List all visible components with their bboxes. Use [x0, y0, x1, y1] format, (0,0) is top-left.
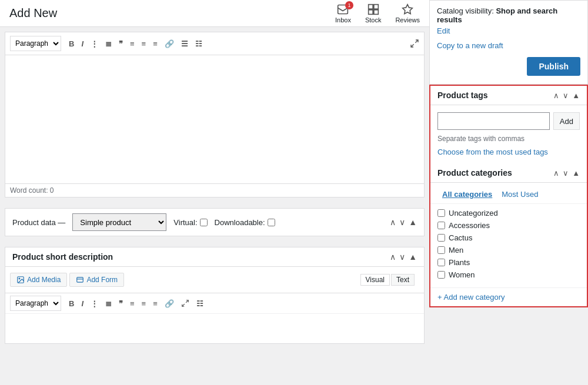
- short-desc-header: Product short description ∧ ∨ ▲: [5, 247, 424, 267]
- publish-button[interactable]: Publish: [527, 57, 580, 76]
- product-data-down-icon[interactable]: ∨: [399, 218, 405, 226]
- sd-table-button[interactable]: ☷: [193, 298, 206, 309]
- add-form-icon: [76, 276, 84, 284]
- tags-up-icon[interactable]: ∧: [553, 92, 559, 99]
- reviews-icon-item[interactable]: Reviews: [395, 4, 420, 24]
- sd-align-center-button[interactable]: ≡: [139, 298, 149, 309]
- publish-btn-row: Publish: [437, 57, 580, 78]
- tags-panel-title: Product tags: [437, 91, 553, 100]
- blockquote-button[interactable]: ❞: [116, 38, 126, 49]
- cat-checkbox-men[interactable]: [437, 246, 445, 254]
- word-count-text: Word count: 0: [10, 186, 54, 195]
- tab-all-categories[interactable]: All categories: [437, 188, 497, 201]
- stock-label: Stock: [365, 16, 382, 24]
- short-desc-paragraph-select[interactable]: Paragraph: [10, 296, 61, 311]
- list-item: Men: [437, 246, 580, 255]
- align-left-button[interactable]: ≡: [127, 38, 138, 49]
- sd-align-left-button[interactable]: ≡: [127, 298, 138, 309]
- cat-panel-header: Product categories ∧ ∨ ▲: [430, 163, 587, 183]
- add-form-button[interactable]: Add Form: [69, 273, 124, 287]
- inbox-badge: 1: [345, 1, 353, 9]
- tags-panel-controls: ∧ ∨ ▲: [553, 92, 580, 99]
- svg-rect-3: [368, 9, 373, 14]
- text-tab[interactable]: Text: [391, 274, 415, 286]
- visual-tab[interactable]: Visual: [360, 274, 390, 286]
- expand-icon[interactable]: [410, 39, 419, 49]
- add-new-category-link[interactable]: + Add new category: [430, 287, 587, 306]
- link-button[interactable]: 🔗: [162, 38, 177, 49]
- short-desc-toolbar: Paragraph B I ⋮ ≣ ❞ ≡ ≡ ≡ 🔗 ☷: [5, 293, 424, 314]
- cat-label: Women: [449, 270, 475, 279]
- cat-tabs: All categories Most Used: [430, 183, 587, 204]
- align-right-button[interactable]: ≡: [150, 38, 161, 49]
- cat-checkbox-cactus[interactable]: [437, 234, 445, 242]
- svg-rect-2: [373, 4, 378, 9]
- sd-align-right-button[interactable]: ≡: [150, 298, 161, 309]
- short-desc-toggle-icon[interactable]: ▲: [409, 253, 417, 261]
- word-count-bar: Word count: 0: [5, 184, 425, 197]
- visual-text-tabs: Visual Text: [356, 270, 419, 289]
- editor-toolbar: Paragraph B I ⋮ ≣ ❞ ≡ ≡ ≡ 🔗 ☰ ☷: [5, 32, 425, 55]
- cat-checkbox-accessories[interactable]: [437, 222, 445, 229]
- add-media-icon: [16, 276, 25, 284]
- table-row-button[interactable]: ☰: [178, 38, 191, 49]
- cat-checkbox-plants[interactable]: [437, 259, 445, 266]
- cat-checkbox-uncategorized[interactable]: [437, 209, 445, 217]
- product-data-bar: Product data — Simple product Virtual: D…: [5, 208, 425, 236]
- tag-hint: Separate tags with commas: [437, 135, 580, 143]
- tags-down-icon[interactable]: ∨: [563, 92, 569, 99]
- sd-expand-button[interactable]: [178, 297, 192, 310]
- svg-line-7: [411, 45, 414, 48]
- downloadable-label: Downloadable:: [215, 218, 275, 227]
- svg-line-13: [182, 304, 185, 306]
- bold-button[interactable]: B: [66, 38, 77, 49]
- main-editor[interactable]: [5, 55, 425, 184]
- short-desc-down-icon[interactable]: ∨: [399, 253, 405, 261]
- italic-button[interactable]: I: [78, 38, 86, 49]
- sd-blockquote-button[interactable]: ❞: [116, 298, 126, 309]
- tags-toggle-icon[interactable]: ▲: [572, 92, 580, 99]
- tag-input[interactable]: [437, 112, 550, 130]
- product-data-toggle-icon[interactable]: ▲: [409, 218, 417, 226]
- virtual-checkbox[interactable]: [200, 219, 208, 226]
- sd-bold-button[interactable]: B: [66, 298, 77, 309]
- sd-italic-button[interactable]: I: [78, 298, 86, 309]
- list-item: Uncategorized: [437, 209, 580, 217]
- align-center-button[interactable]: ≡: [139, 38, 149, 49]
- sd-ol-button[interactable]: ≣: [102, 298, 115, 309]
- ul-button[interactable]: ⋮: [88, 38, 101, 49]
- short-desc-editor[interactable]: [5, 314, 424, 343]
- reviews-icon: [402, 4, 413, 15]
- cat-label: Men: [449, 246, 463, 255]
- product-data-up-icon[interactable]: ∧: [390, 218, 396, 226]
- list-item: Plants: [437, 258, 580, 267]
- short-desc-up-icon[interactable]: ∧: [390, 253, 396, 261]
- ol-button[interactable]: ≣: [102, 38, 115, 49]
- choose-tags-link[interactable]: Choose from the most used tags: [437, 148, 548, 156]
- inbox-icon-item[interactable]: 1 Inbox: [335, 4, 351, 24]
- cat-toggle-icon[interactable]: ▲: [572, 169, 580, 177]
- cat-label: Cactus: [449, 233, 472, 242]
- stock-icon-item[interactable]: Stock: [365, 4, 382, 24]
- publish-panel: Catalog visibility: Shop and search resu…: [429, 0, 588, 85]
- copy-draft-link[interactable]: Copy to a new draft: [437, 41, 580, 50]
- downloadable-checkbox[interactable]: [268, 219, 275, 226]
- paragraph-select[interactable]: Paragraph: [10, 36, 61, 51]
- edit-link[interactable]: Edit: [437, 26, 580, 35]
- sd-ul-button[interactable]: ⋮: [88, 298, 101, 309]
- cat-down-icon[interactable]: ∨: [563, 169, 569, 177]
- stock-icon: [368, 4, 379, 15]
- inbox-label: Inbox: [335, 16, 351, 24]
- product-type-select[interactable]: Simple product: [72, 213, 166, 231]
- table-button[interactable]: ☷: [192, 38, 205, 49]
- cat-checkbox-women[interactable]: [437, 271, 445, 279]
- product-data-controls: ∧ ∨ ▲: [390, 218, 417, 226]
- topbar: Add New 1 Inbox Stock Reviews: [0, 0, 429, 27]
- sd-link-button[interactable]: 🔗: [162, 298, 177, 309]
- add-tag-button[interactable]: Add: [553, 112, 580, 130]
- virtual-label: Virtual:: [173, 218, 207, 227]
- add-media-button[interactable]: Add Media: [10, 273, 67, 287]
- cat-list: Uncategorized Accessories Cactus Men Pla…: [430, 204, 587, 287]
- cat-up-icon[interactable]: ∧: [553, 169, 559, 177]
- tab-most-used[interactable]: Most Used: [497, 188, 543, 201]
